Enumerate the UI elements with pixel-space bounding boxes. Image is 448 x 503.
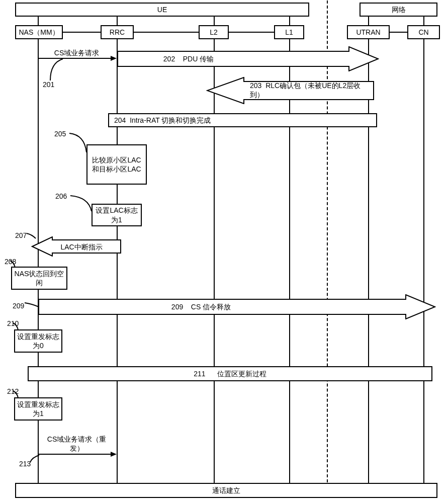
leader-line (29, 454, 40, 463)
connector (117, 17, 118, 25)
msg-201-label: CS域业务请求 (43, 48, 111, 57)
connector (214, 17, 215, 25)
sequence-diagram: UE 网络 NAS（MM） RRC L2 L1 UTRAN CN CS域业务请求… (0, 0, 448, 503)
ue-network-separator (327, 1, 328, 482)
leader-line (26, 232, 37, 239)
cn-lifeline (423, 39, 424, 483)
ref-205: 205 (54, 130, 66, 138)
l1-lifeline (289, 39, 290, 483)
ref-207: 207 (15, 231, 27, 239)
leader-line (12, 322, 19, 331)
ref-201: 201 (43, 80, 54, 89)
ref-206: 206 (55, 192, 67, 200)
connector (423, 17, 424, 25)
ue-group-header: UE (15, 3, 309, 17)
connector (289, 17, 290, 25)
connector (390, 32, 407, 33)
msg-213-label: CS域业务请求（重发） (43, 435, 111, 453)
cn-header: CN (407, 25, 440, 39)
utran-lifeline (368, 39, 369, 483)
connector (63, 32, 101, 33)
footer-box: 通话建立 (15, 483, 437, 498)
msg-213-arrow (38, 454, 112, 455)
msg-205-box: 比较原小区LAC和目标小区LAC (86, 144, 147, 185)
leader-line (12, 390, 19, 399)
ref-209: 209 (13, 302, 24, 310)
msg-209-label: 209 CS 信令释放 (146, 302, 256, 311)
l2-header: L2 (199, 25, 229, 39)
connector (134, 32, 199, 33)
connector (117, 185, 118, 204)
connector (117, 127, 118, 144)
msg-207-label: LAC中断指示 (54, 242, 109, 252)
msg-208-box: NAS状态回到空闲 (11, 267, 67, 290)
msg-204-box: 204 Intra-RAT 切换和切换完成 (108, 113, 377, 127)
nas-header: NAS（MM） (15, 25, 63, 39)
leader-line (9, 260, 16, 269)
rrc-lifeline (117, 39, 118, 483)
connector (38, 17, 39, 25)
utran-header: UTRAN (347, 25, 390, 39)
connector (229, 32, 274, 33)
connector (368, 17, 369, 25)
arrowhead-icon (111, 56, 117, 61)
msg-212-box: 设置重发标志为1 (14, 397, 62, 421)
l2-lifeline (214, 39, 215, 483)
leader-line (69, 195, 94, 212)
network-group-header: 网络 (360, 3, 437, 17)
leader-line (24, 302, 40, 309)
msg-210-box: 设置重发标志为0 (14, 329, 62, 353)
rrc-header: RRC (101, 25, 134, 39)
leader-line (48, 58, 68, 83)
leader-line (68, 132, 88, 153)
l1-header: L1 (274, 25, 304, 39)
connector (117, 226, 118, 237)
msg-211-box: 211 位置区更新过程 (28, 366, 432, 381)
msg-206-box: 设置LAC标志为1 (92, 204, 142, 226)
msg-202-label: 202 PDU 传输 (136, 54, 241, 63)
arrowhead-icon (111, 452, 117, 457)
msg-203-label: 203 RLC确认包（未被UE的L2层收到） (250, 81, 363, 99)
